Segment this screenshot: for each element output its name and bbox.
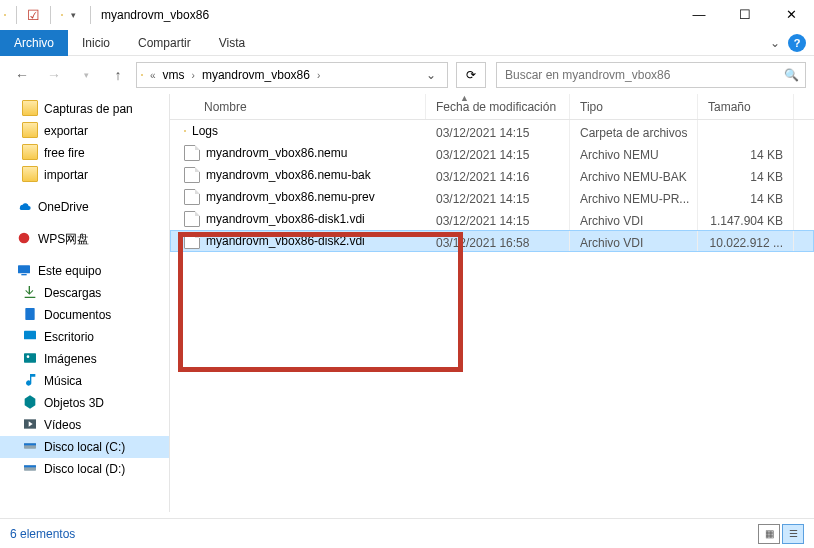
tree-item-label: exportar	[44, 124, 88, 138]
file-size: 14 KB	[698, 142, 794, 164]
column-type[interactable]: Tipo	[570, 94, 698, 119]
file-size: 1.147.904 KB	[698, 208, 794, 230]
file-size: 10.022.912 ...	[698, 230, 794, 252]
file-name: myandrovm_vbox86.nemu	[206, 146, 347, 160]
tab-view[interactable]: Vista	[205, 30, 259, 56]
tree-item[interactable]: Imágenes	[0, 348, 169, 370]
svg-rect-4	[24, 330, 36, 339]
tree-item[interactable]: exportar	[0, 120, 169, 142]
minimize-button[interactable]: —	[676, 0, 722, 30]
column-size[interactable]: Tamaño	[698, 94, 794, 119]
folder-icon	[22, 100, 38, 119]
desktop-icon	[22, 328, 38, 347]
folder-icon	[22, 144, 38, 163]
tree-item-label: Disco local (D:)	[44, 462, 125, 476]
file-icon	[184, 167, 200, 183]
file-date: 03/12/2021 14:15	[426, 208, 570, 230]
tree-item[interactable]: Disco local (D:)	[0, 458, 169, 480]
tree-item-label: Vídeos	[44, 418, 81, 432]
svg-point-0	[19, 232, 30, 243]
file-size	[698, 120, 794, 142]
tree-item-label: Este equipo	[38, 264, 101, 278]
chevron-icon[interactable]: «	[147, 70, 159, 81]
file-icon	[184, 211, 200, 227]
tree-item[interactable]: importar	[0, 164, 169, 186]
back-button[interactable]: ←	[8, 61, 36, 89]
navigation-tree[interactable]: Capturas de panexportarfree fireimportar…	[0, 94, 170, 512]
tree-item-label: Capturas de pan	[44, 102, 133, 116]
address-bar[interactable]: « vms › myandrovm_vbox86 › ⌄	[136, 62, 448, 88]
file-icon	[184, 189, 200, 205]
svg-rect-5	[24, 353, 36, 362]
tree-item-label: OneDrive	[38, 200, 89, 214]
file-date: 03/12/2021 14:16	[426, 164, 570, 186]
tree-item[interactable]: free fire	[0, 142, 169, 164]
tree-item[interactable]: WPS网盘	[0, 228, 169, 250]
chevron-icon[interactable]: ›	[189, 70, 198, 81]
close-button[interactable]: ✕	[768, 0, 814, 30]
maximize-button[interactable]: ☐	[722, 0, 768, 30]
tree-item-label: Imágenes	[44, 352, 97, 366]
breadcrumb[interactable]: vms	[163, 68, 185, 82]
file-size: 14 KB	[698, 186, 794, 208]
drive-icon	[22, 438, 38, 457]
search-icon[interactable]: 🔍	[777, 68, 805, 82]
column-headers[interactable]: ▲ Nombre Fecha de modificación Tipo Tama…	[170, 94, 814, 120]
file-row[interactable]: myandrovm_vbox86.nemu-prev03/12/2021 14:…	[170, 186, 814, 208]
tree-item-label: Documentos	[44, 308, 111, 322]
view-thumbnails-button[interactable]: ▦	[758, 524, 780, 544]
tree-item[interactable]: OneDrive	[0, 196, 169, 218]
chevron-icon[interactable]: ›	[314, 70, 323, 81]
pc-icon	[16, 262, 32, 281]
tree-item[interactable]: Disco local (C:)	[0, 436, 169, 458]
recent-dropdown[interactable]: ▾	[72, 61, 100, 89]
file-list[interactable]: ▲ Nombre Fecha de modificación Tipo Tama…	[170, 94, 814, 512]
refresh-button[interactable]: ⟳	[456, 62, 486, 88]
column-date[interactable]: Fecha de modificación	[426, 94, 570, 119]
tree-item[interactable]: Objetos 3D	[0, 392, 169, 414]
search-box[interactable]: 🔍	[496, 62, 806, 88]
help-button[interactable]: ?	[788, 34, 806, 52]
tree-item-label: importar	[44, 168, 88, 182]
file-name: myandrovm_vbox86.nemu-bak	[206, 168, 371, 182]
tab-file[interactable]: Archivo	[0, 30, 68, 56]
forward-button[interactable]: →	[40, 61, 68, 89]
documents-icon	[22, 306, 38, 325]
tree-item[interactable]: Vídeos	[0, 414, 169, 436]
file-row[interactable]: myandrovm_vbox86-disk1.vdi03/12/2021 14:…	[170, 208, 814, 230]
ribbon-collapse-icon[interactable]: ⌄	[770, 36, 780, 50]
file-row[interactable]: Logs03/12/2021 14:15Carpeta de archivos	[170, 120, 814, 142]
tree-item[interactable]: Música	[0, 370, 169, 392]
tree-item[interactable]: Capturas de pan	[0, 98, 169, 120]
videos-icon	[22, 416, 38, 435]
onedrive-icon	[16, 198, 32, 217]
nav-bar: ← → ▾ ↑ « vms › myandrovm_vbox86 › ⌄ ⟳ 🔍	[0, 56, 814, 94]
file-row[interactable]: myandrovm_vbox86.nemu-bak03/12/2021 14:1…	[170, 164, 814, 186]
tree-item[interactable]: Descargas	[0, 282, 169, 304]
up-button[interactable]: ↑	[104, 61, 132, 89]
breadcrumb[interactable]: myandrovm_vbox86	[202, 68, 310, 82]
file-date: 03/12/2021 16:58	[426, 230, 570, 252]
qat-dropdown-icon[interactable]: ▾	[67, 10, 80, 20]
tree-item[interactable]: Documentos	[0, 304, 169, 326]
qat-folder-icon[interactable]	[61, 14, 63, 16]
tree-item[interactable]: Escritorio	[0, 326, 169, 348]
column-name[interactable]: Nombre	[170, 94, 426, 119]
qat-checkbox-icon[interactable]: ☑	[27, 7, 40, 23]
file-row[interactable]: myandrovm_vbox86-disk2.vdi03/12/2021 16:…	[170, 230, 814, 252]
svg-point-6	[27, 355, 30, 358]
address-dropdown-icon[interactable]: ⌄	[419, 68, 443, 82]
file-name: Logs	[192, 124, 218, 138]
tab-share[interactable]: Compartir	[124, 30, 205, 56]
ribbon: Archivo Inicio Compartir Vista ⌄ ?	[0, 30, 814, 56]
file-name: myandrovm_vbox86-disk2.vdi	[206, 234, 365, 248]
file-row[interactable]: myandrovm_vbox86.nemu03/12/2021 14:15Arc…	[170, 142, 814, 164]
tree-item[interactable]: Este equipo	[0, 260, 169, 282]
svg-rect-3	[25, 308, 34, 320]
file-size: 14 KB	[698, 164, 794, 186]
file-date: 03/12/2021 14:15	[426, 120, 570, 142]
svg-rect-2	[21, 274, 26, 275]
search-input[interactable]	[497, 68, 777, 82]
view-details-button[interactable]: ☰	[782, 524, 804, 544]
tab-home[interactable]: Inicio	[68, 30, 124, 56]
